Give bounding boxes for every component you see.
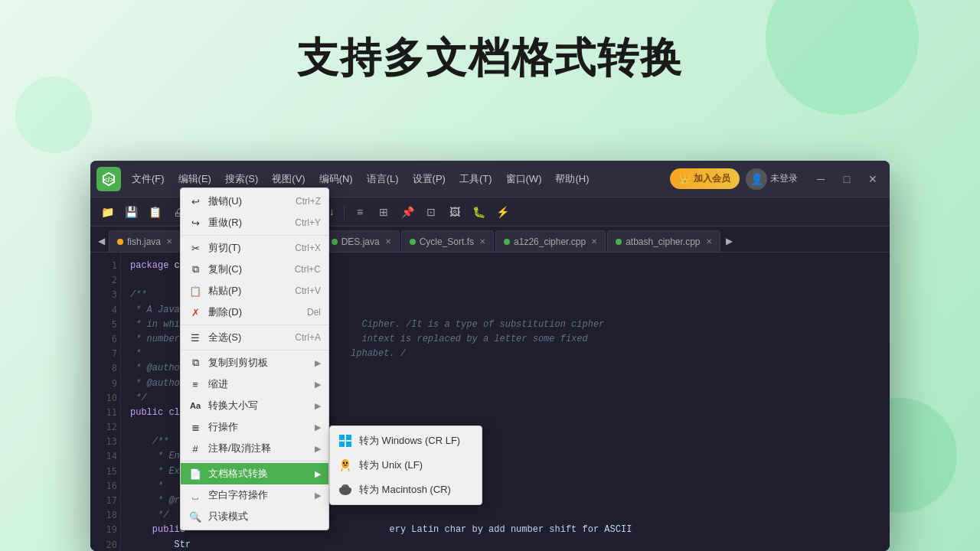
tab-des[interactable]: DES.java ✕: [323, 230, 400, 252]
context-menu: ↩ 撤销(U) Ctrl+Z ↪ 重做(R) Ctrl+Y ✂ 剪切(T) Ct…: [180, 187, 329, 530]
cm-arrow: ▶: [315, 422, 321, 432]
tab-fish[interactable]: fish.java ✕: [109, 230, 181, 252]
cm-delete[interactable]: ✗ 删除(D) Del: [181, 302, 328, 323]
cm-paste[interactable]: 📋 粘贴(P) Ctrl+V: [181, 280, 328, 302]
tab-dot: [504, 239, 510, 245]
tb-pin[interactable]: 📌: [397, 201, 418, 223]
cm-redo[interactable]: ↪ 重做(R) Ctrl+Y: [181, 212, 328, 233]
menu-view[interactable]: 视图(V): [266, 169, 311, 189]
svg-line-11: [348, 468, 349, 471]
cm-docformat[interactable]: 📄 文档格式转换 ▶: [181, 463, 328, 484]
menu-language[interactable]: 语言(L): [361, 169, 405, 189]
comment-icon: #: [188, 442, 202, 455]
avatar: 👤: [746, 168, 767, 190]
tab-a1z26[interactable]: a1z26_cipher.cpp ✕: [495, 230, 606, 252]
window-controls: ─ □ ✕: [810, 168, 884, 190]
menu-window[interactable]: 窗口(W): [500, 169, 548, 189]
cm-undo[interactable]: ↩ 撤销(U) Ctrl+Z: [181, 191, 328, 212]
cm-selectall-label: 全选(S): [208, 331, 289, 344]
indent-icon: ≡: [188, 377, 202, 391]
case-icon: Aa: [188, 399, 202, 412]
cm-redo-label: 重做(R): [208, 216, 289, 230]
tab-atbash[interactable]: atbash_cipher.cpp ✕: [607, 230, 720, 252]
sub-unix-label: 转为 Unix (LF): [359, 458, 423, 472]
cm-copy[interactable]: ⧉ 复制(C) Ctrl+C: [181, 259, 328, 280]
sub-unix[interactable]: 转为 Unix (LF): [330, 453, 482, 478]
cm-copyclipboard[interactable]: ⧉ 复制到剪切板 ▶: [181, 352, 328, 373]
svg-point-8: [346, 462, 348, 464]
tb-grid[interactable]: ⊞: [373, 201, 394, 223]
svg-line-10: [341, 468, 342, 471]
tb-debug[interactable]: 🐛: [468, 201, 489, 223]
cm-readonly[interactable]: 🔍 只读模式: [181, 506, 328, 527]
cm-sep-1: [181, 235, 328, 236]
svg-rect-3: [346, 435, 351, 440]
readonly-icon: 🔍: [188, 510, 202, 523]
cm-selectall[interactable]: ☰ 全选(S) Ctrl+A: [181, 327, 328, 348]
sub-mac[interactable]: 转为 Macintosh (CR): [330, 478, 482, 502]
cm-lineops[interactable]: ≣ 行操作 ▶: [181, 416, 328, 438]
tab-close[interactable]: ✕: [591, 237, 597, 246]
cm-paste-shortcut: Ctrl+V: [295, 285, 321, 296]
tb-save[interactable]: 💾: [120, 201, 142, 223]
cm-paste-label: 粘贴(P): [208, 284, 289, 298]
tb-saveas[interactable]: 📋: [144, 201, 165, 223]
cm-case-label: 转换大小写: [208, 399, 305, 412]
copy-icon: ⧉: [188, 262, 202, 276]
cm-undo-shortcut: Ctrl+Z: [296, 196, 321, 207]
cm-sep-4: [181, 461, 328, 461]
tb-list[interactable]: ≡: [349, 201, 371, 223]
tab-next[interactable]: ▶: [722, 230, 737, 252]
tb-frame[interactable]: ⊡: [420, 201, 442, 223]
cm-indent[interactable]: ≡ 缩进 ▶: [181, 373, 328, 395]
tab-dot: [616, 239, 622, 245]
cm-selectall-shortcut: Ctrl+A: [295, 332, 321, 343]
cm-sep-2: [181, 324, 328, 325]
windows-icon: [338, 433, 353, 448]
cm-copy-label: 复制(C): [208, 262, 289, 276]
tab-close[interactable]: ✕: [479, 237, 485, 246]
tab-close[interactable]: ✕: [706, 237, 712, 246]
menu-edit[interactable]: 编辑(E): [172, 169, 217, 189]
cm-arrow: ▶: [315, 358, 321, 368]
menu-file[interactable]: 文件(F): [126, 169, 171, 189]
tb-sep-2: [344, 204, 345, 220]
tb-open[interactable]: 📁: [96, 201, 118, 223]
minimize-button[interactable]: ─: [810, 168, 831, 190]
tab-prev[interactable]: ◀: [93, 230, 109, 252]
cm-comment-label: 注释/取消注释: [208, 442, 305, 455]
cm-readonly-label: 只读模式: [208, 510, 321, 523]
close-button[interactable]: ✕: [862, 168, 884, 190]
lineops-icon: ≣: [188, 420, 202, 434]
crown-icon: 👑: [679, 174, 691, 184]
sub-mac-label: 转为 Macintosh (CR): [359, 483, 451, 497]
tab-dot: [332, 239, 338, 245]
cm-arrow: ▶: [315, 491, 321, 500]
tb-image[interactable]: 🖼: [444, 201, 466, 223]
cm-indent-label: 缩进: [208, 377, 305, 391]
cm-copyclipboard-label: 复制到剪切板: [208, 356, 305, 370]
tab-cycle[interactable]: Cycle_Sort.fs ✕: [401, 230, 494, 252]
undo-icon: ↩: [188, 194, 202, 208]
menu-tools[interactable]: 工具(T): [453, 169, 498, 189]
cm-whitespace[interactable]: ⎵ 空白字符操作 ▶: [181, 484, 328, 506]
svg-rect-5: [346, 442, 351, 447]
cm-comment[interactable]: # 注释/取消注释 ▶: [181, 438, 328, 459]
cm-case[interactable]: Aa 转换大小写 ▶: [181, 395, 328, 416]
menu-settings[interactable]: 设置(P): [407, 169, 452, 189]
menu-bar: 文件(F) 编辑(E) 搜索(S) 视图(V) 编码(N) 语言(L) 设置(P…: [126, 169, 670, 189]
delete-icon: ✗: [188, 305, 202, 319]
menu-search[interactable]: 搜索(S): [219, 169, 264, 189]
cm-copy-shortcut: Ctrl+C: [295, 264, 321, 275]
user-label: 未登录: [770, 172, 798, 185]
cm-cut[interactable]: ✂ 剪切(T) Ctrl+X: [181, 237, 328, 259]
join-member-button[interactable]: 👑 加入会员: [670, 168, 740, 189]
menu-encode[interactable]: 编码(N): [313, 169, 359, 189]
sub-windows[interactable]: 转为 Windows (CR LF): [330, 429, 482, 453]
tab-close[interactable]: ✕: [385, 237, 391, 246]
tab-close[interactable]: ✕: [166, 237, 172, 246]
tb-run[interactable]: ⚡: [492, 201, 513, 223]
cm-arrow: ▶: [315, 444, 321, 454]
maximize-button[interactable]: □: [836, 168, 858, 190]
menu-help[interactable]: 帮助(H): [549, 169, 595, 189]
